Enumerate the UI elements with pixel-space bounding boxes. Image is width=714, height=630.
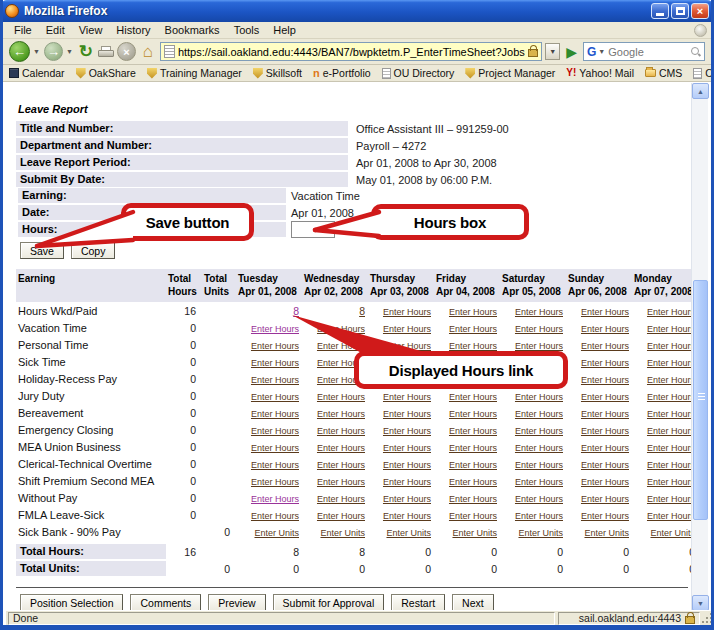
enter-hours-link[interactable]: Enter Hours (251, 477, 299, 487)
bookmark-e-portfolio[interactable]: ne-Portfolio (313, 67, 371, 79)
position-selection-button[interactable]: Position Selection (20, 594, 123, 611)
enter-hours-link[interactable]: Enter Hours (449, 307, 497, 317)
enter-hours-link[interactable]: Enter Hours (251, 494, 299, 504)
enter-hours-link[interactable]: Enter Hours (449, 392, 497, 402)
enter-hours-link[interactable]: Enter Hours (449, 511, 497, 521)
enter-units-link[interactable]: Enter Units (518, 528, 563, 538)
enter-hours-link[interactable]: Enter Hours (647, 358, 695, 368)
vertical-scrollbar[interactable]: ▲ ▼ (691, 83, 708, 611)
enter-hours-link[interactable]: Enter Hours (383, 307, 431, 317)
forward-button[interactable]: → (44, 42, 63, 61)
enter-hours-link[interactable]: Enter Hours (383, 426, 431, 436)
enter-hours-link[interactable]: Enter Hours (647, 307, 695, 317)
enter-hours-link[interactable]: Enter Hours (581, 460, 629, 470)
copy-button[interactable]: Copy (71, 242, 116, 259)
menu-bookmarks[interactable]: Bookmarks (158, 23, 227, 37)
enter-hours-link[interactable]: Enter Hours (647, 375, 695, 385)
resize-grip[interactable] (700, 612, 714, 625)
stop-button[interactable]: × (117, 42, 136, 61)
enter-hours-link[interactable]: Enter Hours (581, 511, 629, 521)
bookmark-oakshare[interactable]: OakShare (76, 67, 136, 79)
forward-dropdown-icon[interactable]: ▼ (66, 48, 73, 55)
close-button[interactable]: × (691, 3, 709, 19)
bookmark-yahoo-mail[interactable]: Y!Yahoo! Mail (566, 67, 634, 79)
enter-hours-link[interactable]: Enter Hours (515, 409, 563, 419)
hours-input[interactable] (291, 221, 335, 238)
enter-hours-link[interactable]: Enter Hours (515, 443, 563, 453)
enter-hours-link[interactable]: Enter Hours (581, 409, 629, 419)
enter-hours-link[interactable]: Enter Hours (251, 426, 299, 436)
enter-hours-link[interactable]: Enter Hours (515, 307, 563, 317)
enter-hours-link[interactable]: Enter Hours (317, 324, 365, 334)
enter-hours-link[interactable]: Enter Hours (251, 460, 299, 470)
enter-hours-link[interactable]: Enter Hours (383, 324, 431, 334)
enter-hours-link[interactable]: Enter Hours (647, 477, 695, 487)
back-button[interactable]: ← (9, 41, 30, 62)
enter-units-link[interactable]: Enter Units (584, 528, 629, 538)
enter-hours-link[interactable]: Enter Hours (647, 324, 695, 334)
bookmark-ou-directory[interactable]: OU Directory (382, 67, 455, 79)
bookmark-skillsoft[interactable]: Skillsoft (253, 67, 302, 79)
enter-units-link[interactable]: Enter Units (386, 528, 431, 538)
next-button[interactable]: Next (452, 594, 494, 611)
enter-hours-link[interactable]: Enter Hours (581, 392, 629, 402)
enter-hours-link[interactable]: Enter Hours (449, 443, 497, 453)
enter-hours-link[interactable]: Enter Hours (647, 443, 695, 453)
enter-hours-link[interactable]: Enter Hours (581, 375, 629, 385)
enter-hours-link[interactable]: Enter Hours (383, 494, 431, 504)
bookmark-training-manager[interactable]: Training Manager (147, 67, 242, 79)
back-dropdown-icon[interactable]: ▼ (33, 48, 40, 55)
search-box[interactable]: G ▼ (583, 42, 705, 61)
search-engine-dropdown-icon[interactable]: ▼ (598, 48, 605, 55)
search-icon[interactable] (690, 46, 701, 57)
enter-hours-link[interactable]: Enter Hours (317, 460, 365, 470)
enter-hours-link[interactable]: Enter Hours (383, 443, 431, 453)
enter-hours-link[interactable]: Enter Hours (449, 341, 497, 351)
enter-hours-link[interactable]: Enter Hours (383, 392, 431, 402)
enter-hours-link[interactable]: Enter Hours (449, 494, 497, 504)
enter-units-link[interactable]: Enter Units (650, 528, 695, 538)
enter-hours-link[interactable]: Enter Hours (515, 324, 563, 334)
scroll-down-icon[interactable]: ▼ (692, 595, 709, 611)
enter-hours-link[interactable]: Enter Hours (449, 426, 497, 436)
menu-help[interactable]: Help (266, 23, 303, 37)
enter-hours-link[interactable]: Enter Hours (515, 341, 563, 351)
enter-hours-link[interactable]: Enter Hours (515, 511, 563, 521)
enter-hours-link[interactable]: Enter Hours (515, 494, 563, 504)
enter-hours-link[interactable]: Enter Hours (581, 477, 629, 487)
enter-hours-link[interactable]: Enter Hours (647, 409, 695, 419)
preview-button[interactable]: Preview (208, 594, 265, 611)
restart-button[interactable]: Restart (391, 594, 445, 611)
menu-file[interactable]: File (7, 23, 39, 37)
enter-hours-link[interactable]: Enter Hours (647, 341, 695, 351)
enter-hours-link[interactable]: Enter Hours (251, 443, 299, 453)
bookmark-calendar[interactable]: Calendar (9, 67, 65, 79)
bookmark-cms[interactable]: CMS (645, 67, 682, 79)
enter-hours-link[interactable]: Enter Hours (647, 494, 695, 504)
scroll-up-icon[interactable]: ▲ (692, 83, 709, 99)
enter-hours-link[interactable]: Enter Hours (251, 375, 299, 385)
url-input[interactable] (178, 46, 525, 58)
scrollbar-thumb[interactable] (693, 280, 708, 520)
enter-hours-link[interactable]: Enter Hours (251, 358, 299, 368)
enter-hours-link[interactable]: Enter Hours (317, 477, 365, 487)
enter-hours-link[interactable]: Enter Hours (251, 392, 299, 402)
enter-hours-link[interactable]: Enter Hours (383, 511, 431, 521)
enter-hours-link[interactable]: Enter Hours (515, 477, 563, 487)
comments-button[interactable]: Comments (130, 594, 201, 611)
enter-hours-link[interactable]: Enter Hours (581, 443, 629, 453)
enter-hours-link[interactable]: Enter Hours (647, 392, 695, 402)
enter-hours-link[interactable]: Enter Hours (251, 341, 299, 351)
enter-units-link[interactable]: Enter Units (452, 528, 497, 538)
minimize-button[interactable] (651, 3, 669, 19)
menu-tools[interactable]: Tools (227, 23, 267, 37)
print-button[interactable] (98, 46, 114, 58)
enter-hours-link[interactable]: Enter Hours (317, 341, 365, 351)
enter-hours-link[interactable]: Enter Hours (581, 426, 629, 436)
enter-units-link[interactable]: Enter Units (320, 528, 365, 538)
enter-hours-link[interactable]: Enter Hours (581, 307, 629, 317)
enter-hours-link[interactable]: Enter Hours (647, 460, 695, 470)
enter-hours-link[interactable]: Enter Hours (647, 426, 695, 436)
enter-hours-link[interactable]: Enter Hours (317, 426, 365, 436)
enter-units-link[interactable]: Enter Units (254, 528, 299, 538)
